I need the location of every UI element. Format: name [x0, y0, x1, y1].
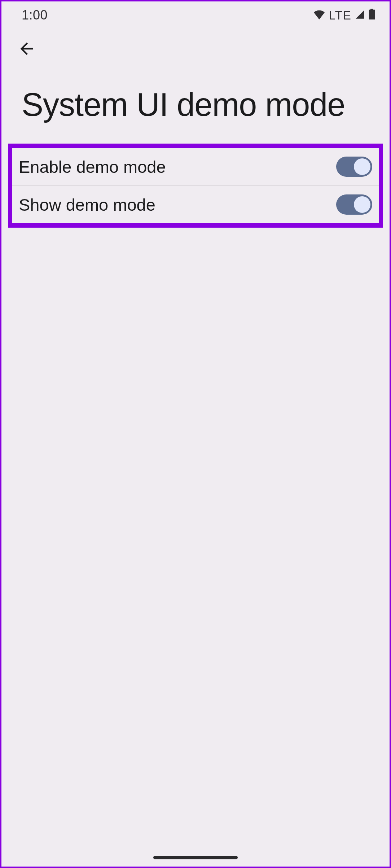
status-bar: 1:00 LTE: [1, 1, 390, 29]
arrow-back-icon: [17, 39, 36, 59]
cellular-signal-icon: [355, 8, 365, 23]
setting-label: Enable demo mode: [19, 157, 166, 177]
gesture-nav-bar[interactable]: [153, 856, 238, 859]
toggle-enable-demo[interactable]: [336, 157, 372, 177]
toggle-knob: [354, 196, 370, 213]
setting-row-show-demo[interactable]: Show demo mode: [12, 186, 379, 223]
setting-row-enable-demo[interactable]: Enable demo mode: [12, 148, 379, 185]
wifi-icon: [313, 8, 325, 23]
back-button[interactable]: [14, 36, 40, 62]
network-label: LTE: [329, 8, 351, 22]
status-right: LTE: [313, 8, 375, 23]
app-bar: [1, 29, 390, 62]
highlight-annotation: Enable demo mode Show demo mode: [8, 144, 383, 228]
toggle-show-demo[interactable]: [336, 194, 372, 215]
toggle-knob: [354, 158, 370, 175]
battery-icon: [369, 8, 375, 23]
page-title: System UI demo mode: [1, 62, 390, 144]
status-time: 1:00: [22, 8, 48, 23]
setting-label: Show demo mode: [19, 195, 155, 215]
